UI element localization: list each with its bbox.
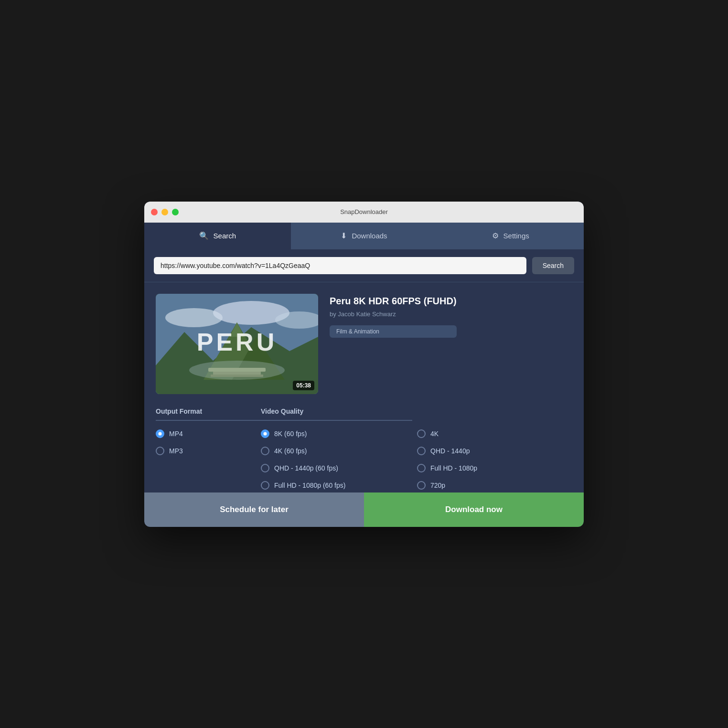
tab-settings-label: Settings [503, 232, 529, 240]
quality-fhd60-option[interactable]: Full HD - 1080p (60 fps) [261, 481, 412, 490]
options-section: Output Format MP4 MP3 Video Quality [156, 407, 568, 492]
quality-4k-option[interactable]: 4K [417, 429, 568, 438]
app-window: SnapDownloader 🔍 Search ⬇ Downloads ⚙ Se… [144, 202, 584, 527]
tab-search-label: Search [214, 232, 236, 240]
schedule-button[interactable]: Schedule for later [144, 492, 364, 527]
settings-nav-icon: ⚙ [492, 231, 499, 240]
downloads-nav-icon: ⬇ [341, 231, 347, 240]
format-mp3-option[interactable]: MP3 [156, 447, 261, 455]
title-bar: SnapDownloader [144, 202, 584, 223]
quality-4k60-radio[interactable] [261, 447, 269, 455]
tab-downloads-label: Downloads [352, 232, 387, 240]
video-meta: Peru 8K HDR 60FPS (FUHD) by Jacob Katie … [330, 294, 457, 394]
quality-4k-radio[interactable] [417, 429, 426, 438]
quality-8k60-label: 8K (60 fps) [274, 430, 307, 438]
url-input[interactable] [154, 257, 526, 274]
format-mp3-radio[interactable] [156, 447, 164, 455]
quality-fhd60-label: Full HD - 1080p (60 fps) [274, 482, 345, 489]
video-thumbnail: PERU 05:38 [156, 294, 318, 394]
video-tag: Film & Animation [330, 325, 457, 338]
quality-720p-label: 720p [430, 482, 445, 489]
video-info-row: PERU 05:38 Peru 8K HDR 60FPS (FUHD) by J… [156, 294, 568, 394]
quality-720p-radio[interactable] [417, 481, 426, 490]
quality-qhd60-label: QHD - 1440p (60 fps) [274, 464, 338, 472]
bottom-bar: Schedule for later Download now [144, 492, 584, 527]
quality-4k60-option[interactable]: 4K (60 fps) [261, 447, 412, 455]
traffic-lights [151, 209, 179, 215]
quality-left-col: Video Quality 8K (60 fps) 4K (60 fps) QH… [261, 407, 417, 492]
download-button[interactable]: Download now [364, 492, 584, 527]
format-mp3-label: MP3 [169, 447, 183, 455]
output-format-column: Output Format MP4 MP3 [156, 407, 261, 492]
search-bar-row: Search [144, 249, 584, 282]
content-area: PERU 05:38 Peru 8K HDR 60FPS (FUHD) by J… [144, 282, 580, 492]
quality-fhd60-radio[interactable] [261, 481, 269, 490]
quality-qhd60-radio[interactable] [261, 464, 269, 472]
nav-bar: 🔍 Search ⬇ Downloads ⚙ Settings [144, 223, 584, 249]
quality-fhd-label: Full HD - 1080p [430, 464, 477, 472]
video-quality-column: Video Quality 8K (60 fps) 4K (60 fps) QH… [261, 407, 568, 492]
output-format-label: Output Format [156, 407, 261, 421]
thumbnail-image: PERU [156, 294, 318, 394]
quality-fhd-option[interactable]: Full HD - 1080p [417, 464, 568, 472]
quality-720p-option[interactable]: 720p [417, 481, 568, 490]
quality-qhd-option[interactable]: QHD - 1440p [417, 447, 568, 455]
search-button[interactable]: Search [532, 257, 574, 274]
quality-right-col: 4K QHD - 1440p Full HD - 1080p 720p [417, 407, 568, 492]
window-title: SnapDownloader [340, 208, 388, 215]
format-mp4-label: MP4 [169, 430, 183, 438]
search-nav-icon: 🔍 [199, 231, 209, 240]
quality-qhd60-option[interactable]: QHD - 1440p (60 fps) [261, 464, 412, 472]
main-content: PERU 05:38 Peru 8K HDR 60FPS (FUHD) by J… [144, 282, 584, 492]
svg-text:PERU: PERU [197, 328, 277, 355]
quality-4k-label: 4K [430, 430, 439, 438]
quality-4k60-label: 4K (60 fps) [274, 447, 307, 455]
quality-8k60-option[interactable]: 8K (60 fps) [261, 429, 412, 438]
format-mp4-option[interactable]: MP4 [156, 429, 261, 438]
maximize-button[interactable] [172, 209, 179, 215]
quality-qhd-radio[interactable] [417, 447, 426, 455]
tab-downloads[interactable]: ⬇ Downloads [291, 223, 438, 249]
quality-8k60-radio[interactable] [261, 429, 269, 438]
tab-settings[interactable]: ⚙ Settings [437, 223, 584, 249]
video-quality-label: Video Quality [261, 407, 412, 421]
svg-point-11 [189, 361, 285, 380]
quality-qhd-label: QHD - 1440p [430, 447, 470, 455]
video-duration: 05:38 [293, 381, 314, 390]
close-button[interactable] [151, 209, 158, 215]
video-author: by Jacob Katie Schwarz [330, 310, 457, 318]
tab-search[interactable]: 🔍 Search [144, 223, 291, 249]
format-mp4-radio[interactable] [156, 429, 164, 438]
minimize-button[interactable] [161, 209, 168, 215]
quality-fhd-radio[interactable] [417, 464, 426, 472]
video-title: Peru 8K HDR 60FPS (FUHD) [330, 296, 457, 307]
